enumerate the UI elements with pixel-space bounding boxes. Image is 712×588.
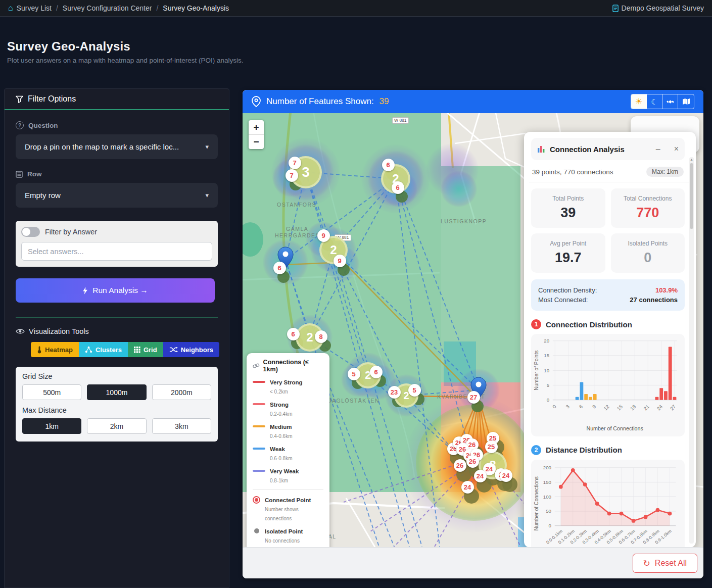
question-label: Question [28, 122, 58, 129]
distance-distribution-chart: 0501001502000.0-0.1km0.1-0.2km0.2-0.3km0… [531, 460, 685, 547]
map-icon [682, 98, 690, 105]
neighbors-tool-button[interactable]: Neighbors [163, 342, 219, 357]
grid-tool-button[interactable]: Grid [128, 342, 163, 357]
connection-count-badge[interactable]: 6 [382, 159, 395, 171]
section-2-title: Distance Distribution [546, 446, 622, 454]
grid-size-options: 500m 1000m 2000m [22, 384, 211, 400]
connection-count-badge[interactable]: 25 [485, 440, 498, 453]
grid-size-1000m[interactable]: 1000m [87, 384, 146, 400]
connection-count-badge[interactable]: 9 [317, 229, 330, 242]
connection-count-badge[interactable]: 5 [408, 384, 421, 397]
connection-count-badge[interactable]: 26 [466, 455, 479, 468]
row-label-row: Row [16, 170, 218, 178]
grid-icon [134, 347, 140, 353]
connection-count-badge[interactable]: 6 [370, 366, 383, 378]
max-distance-1km[interactable]: 1km [22, 418, 81, 434]
panel-scrollbar[interactable]: ▲ [689, 157, 694, 544]
dark-style-button[interactable]: ☾ [647, 94, 662, 109]
row-label: Row [27, 170, 42, 178]
connection-count-badge[interactable]: 6 [273, 262, 286, 274]
connection-count-badge[interactable]: 23 [388, 386, 401, 399]
row-dropdown-value: Empty row [25, 191, 61, 200]
map-style-button[interactable] [678, 94, 694, 109]
home-icon[interactable]: ⌂ [8, 4, 13, 13]
zoom-out-button[interactable]: − [249, 135, 264, 149]
connection-count-badge[interactable]: 8 [315, 330, 327, 343]
isolated-point-label: Isolated Point [265, 528, 303, 534]
sidebar-divider [16, 317, 218, 318]
svg-text:15: 15 [616, 404, 624, 411]
breadcrumb-separator: / [156, 4, 158, 12]
svg-text:100: 100 [543, 494, 552, 500]
max-distance-3km[interactable]: 3km [152, 418, 211, 434]
reset-all-button[interactable]: ↻ Reset All [633, 554, 697, 573]
svg-text:20: 20 [544, 338, 549, 344]
max-distance-2km[interactable]: 2km [87, 418, 146, 434]
close-button[interactable]: × [674, 144, 679, 154]
grid-size-2000m[interactable]: 2000m [152, 384, 211, 400]
connection-count-badge[interactable]: 26 [454, 459, 466, 472]
stat-label: Isolated Points [615, 240, 681, 247]
row-dropdown[interactable]: Empty row ▾ [16, 183, 218, 208]
thermometer-icon [37, 346, 42, 354]
panel-header: Connection Analysis – × [531, 138, 685, 160]
connection-count-badge[interactable]: 5 [348, 368, 360, 380]
question-dropdown[interactable]: Drop a pin on the map to mark a specific… [16, 134, 218, 159]
svg-text:Number of Connections: Number of Connections [534, 476, 539, 530]
neighbors-label: Neighbors [181, 346, 213, 354]
isolated-points-card: Isolated Points 0 [611, 233, 685, 273]
grid-size-label: Grid Size [22, 372, 211, 380]
filter-by-answer-toggle[interactable] [21, 227, 40, 237]
connection-count-badge[interactable]: 24 [461, 481, 474, 494]
connection-line[interactable] [344, 459, 472, 502]
svg-text:10: 10 [544, 368, 549, 373]
legend-swatch [253, 470, 265, 472]
chain-link-icon [253, 363, 260, 368]
section-1-badge: 1 [531, 319, 541, 329]
light-style-button[interactable]: ☀ [631, 94, 647, 109]
legend-divider [253, 489, 323, 490]
grid-size-500m[interactable]: 500m [22, 384, 81, 400]
top-navbar: ⌂ Survey List / Survey Configuration Cen… [0, 0, 712, 17]
heatmap-tool-button[interactable]: Heatmap [31, 342, 79, 357]
connection-count-badge[interactable]: 6 [287, 328, 300, 340]
connection-count-badge[interactable]: 9 [334, 255, 346, 267]
filter-by-answer-label: Filter by Answer [45, 228, 97, 236]
legend-swatch [253, 381, 265, 383]
svg-text:27: 27 [669, 404, 677, 411]
svg-text:9: 9 [591, 404, 597, 410]
connection-count-badge[interactable]: 7 [289, 157, 301, 169]
select-answers-input[interactable] [21, 242, 212, 261]
distance-distribution-header: 2 Distance Distribution [531, 445, 685, 455]
lightning-icon [82, 287, 88, 295]
minimize-button[interactable]: – [656, 144, 660, 154]
map-viewport[interactable]: OSTANFORSGAMLAHERRGÅRDENLUSTIGKNOPPDAGLÖ… [243, 113, 703, 547]
legend-item: Medium0.4-0.6km [253, 422, 323, 440]
stat-label: Total Connections [615, 195, 681, 202]
breadcrumb-config-center[interactable]: Survey Configuration Center [63, 4, 152, 12]
breadcrumb-survey-list[interactable]: Survey List [17, 4, 52, 12]
satellite-icon [667, 98, 674, 106]
connection-count-badge[interactable]: 24 [474, 470, 487, 482]
legend-item: Strong0.2-0.4km [253, 400, 323, 418]
isolated-point-desc: No connections [265, 538, 300, 544]
connection-count-badge[interactable]: 24 [500, 469, 512, 482]
svg-text:150: 150 [543, 479, 552, 485]
chevron-down-icon: ▾ [205, 143, 209, 151]
road-shield-label: W 881 [392, 117, 409, 124]
clusters-tool-button[interactable]: Clusters [79, 342, 128, 357]
connection-count-badge[interactable]: 27 [467, 391, 480, 404]
question-dropdown-value: Drop a pin on the map to mark a specific… [25, 142, 179, 151]
connection-line[interactable] [396, 179, 440, 547]
connection-count-badge[interactable]: 6 [392, 181, 404, 194]
max-distance-options: 1km 2km 3km [22, 418, 211, 434]
satellite-style-button[interactable] [662, 94, 678, 109]
zoom-in-button[interactable]: + [249, 120, 264, 134]
svg-text:200: 200 [543, 465, 552, 470]
run-analysis-button[interactable]: Run Analysis → [16, 278, 215, 303]
svg-text:Number of Connections: Number of Connections [586, 425, 643, 431]
legend-item: Very Weak0.8-1km [253, 466, 323, 484]
connection-count-badge[interactable]: 7 [286, 169, 298, 182]
svg-text:3: 3 [564, 404, 571, 410]
panel-summary-row: 39 points, 770 connections Max: 1km [532, 167, 684, 177]
